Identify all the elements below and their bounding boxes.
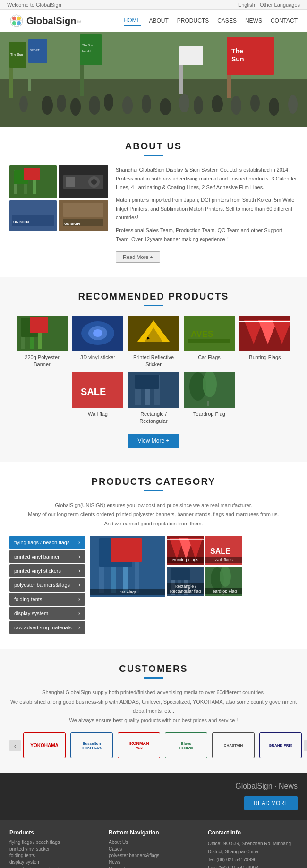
product-item[interactable]: ▶ Printed Reflective Sticker <box>128 316 179 368</box>
product-img-3d-vinyl <box>72 316 123 351</box>
cat-item-display[interactable]: display system › <box>9 607 85 620</box>
svg-point-9 <box>42 96 53 115</box>
logo-text: GlobalSign™ <box>26 16 82 26</box>
about-p3: Professional Sales Team, Production Team… <box>116 226 298 243</box>
product-item[interactable]: 220g Polyester Banner <box>17 316 68 368</box>
category-images: Car Flags Bunting Flags SALE Wall flags <box>90 536 298 635</box>
about-p2: Mutoh printers imported from Japan; DGI … <box>116 196 298 222</box>
nav-contact[interactable]: CONTACT <box>271 17 298 25</box>
product-label: 220g Polyester Banner <box>25 354 59 367</box>
footer-item[interactable]: Cases <box>109 846 198 851</box>
product-label: Car Flags <box>198 354 221 360</box>
cat-img-bunting[interactable]: Bunting Flags <box>167 536 204 565</box>
svg-point-22 <box>250 95 260 112</box>
svg-point-12 <box>19 96 28 112</box>
cat-item-vinyl-stickers[interactable]: printed vinyl stickers › <box>9 564 85 577</box>
footer-item[interactable]: display system <box>9 859 99 865</box>
cat-arrow-icon: › <box>78 582 80 588</box>
product-item[interactable]: Bunting Flags <box>239 316 290 368</box>
carousel-next[interactable]: › <box>304 740 307 751</box>
product-label: Wall flag <box>88 411 108 417</box>
cat-img-label-wall: Wall flags <box>205 557 242 563</box>
svg-rect-64 <box>30 317 48 333</box>
product-label: Rectangle / Rectangular <box>139 411 167 424</box>
product-img-bunting <box>239 316 290 351</box>
svg-point-6 <box>17 21 21 25</box>
nav-home[interactable]: HOME <box>124 16 141 26</box>
nav-news[interactable]: NEWS <box>245 17 262 25</box>
language-english[interactable]: English <box>238 2 255 8</box>
customer-logo-chastain: CHASTAIN <box>212 732 255 758</box>
footer-item[interactable]: flying flags / beach flags <box>9 840 99 845</box>
svg-point-68 <box>93 329 102 337</box>
category-desc: GlobalSign(UNISIGN) ensures you low cost… <box>9 501 298 529</box>
footer-item[interactable]: polyester banners&flags <box>109 853 198 858</box>
cat-img-label-bunting: Bunting Flags <box>167 557 204 563</box>
footer: Products flying flags / beach flags prin… <box>0 820 307 868</box>
cat-item-flying[interactable]: flying flags / beach flags › <box>9 536 85 549</box>
footer-item[interactable]: Contact <box>109 866 198 868</box>
cat-item-vinyl[interactable]: printed vinyl banner › <box>9 550 85 563</box>
category-layout: flying flags / beach flags › printed vin… <box>9 536 298 635</box>
cat-item-polyester[interactable]: polyester banners&flags › <box>9 578 85 592</box>
customers-desc: Shanghai GlobalSign supply both printed/… <box>9 688 298 725</box>
svg-rect-89 <box>207 401 209 406</box>
logo[interactable]: GlobalSign™ <box>9 14 82 28</box>
footer-contact-office: Office: NO.539, Shenzhen Rd, Minhang Dis… <box>208 840 298 856</box>
svg-point-5 <box>12 21 16 25</box>
product-item[interactable]: Teardrop Flag <box>184 372 235 424</box>
read-more-news-button[interactable]: READ MORE <box>244 796 298 810</box>
svg-text:The Sun: The Sun <box>82 44 93 47</box>
footer-item[interactable]: News <box>109 859 198 865</box>
nav-about[interactable]: ABOUT <box>149 17 169 25</box>
cat-item-tents[interactable]: folding tents › <box>9 593 85 606</box>
cat-item-raw[interactable]: raw advertising materials › <box>9 621 85 634</box>
footer-item[interactable]: raw advertising materials <box>9 866 99 868</box>
product-label: Bunting Flags <box>249 354 281 360</box>
footer-item[interactable]: folding tents <box>9 853 99 858</box>
category-title: PRODUCTS CATEGORY <box>9 476 298 487</box>
footer-col-products: Products flying flags / beach flags prin… <box>9 829 99 868</box>
cat-arrow-icon: › <box>78 539 80 546</box>
svg-text:▶: ▶ <box>147 336 150 340</box>
top-bar: Welcome to GlobalSign English Other Lang… <box>0 0 307 10</box>
svg-rect-33 <box>179 46 203 65</box>
cat-img-large[interactable]: Car Flags <box>90 536 165 597</box>
about-section: ABOUT US UNISIGN UNISIGN Shangh <box>0 127 307 277</box>
product-item[interactable]: AVES Car Flags <box>184 316 235 368</box>
product-item[interactable]: 3D vinyl sticker <box>72 316 123 368</box>
recommended-title: RECOMMENDED PRODUCTS <box>9 291 298 302</box>
footer-contact-title: Contact Info <box>208 829 298 836</box>
carousel-prev[interactable]: ‹ <box>9 740 21 751</box>
footer-item[interactable]: printed vinyl sticker <box>9 846 99 851</box>
product-item[interactable]: Rectangle / Rectangular <box>128 372 179 424</box>
read-more-button[interactable]: Read More + <box>116 251 160 263</box>
cat-img-wall-flags[interactable]: SALE Wall flags <box>205 536 242 565</box>
product-label: Teardrop Flag <box>193 411 225 417</box>
svg-point-3 <box>12 17 16 20</box>
svg-text:UNISIGN: UNISIGN <box>13 220 29 224</box>
svg-text:AVES: AVES <box>191 329 213 339</box>
cat-img-rect[interactable]: Rectangle / Rectangular flag <box>167 567 204 596</box>
about-divider <box>144 155 163 156</box>
news-section: GlobalSign · News READ MORE <box>0 773 307 820</box>
svg-point-17 <box>160 98 171 115</box>
about-images: UNISIGN UNISIGN <box>9 165 109 263</box>
customers-divider <box>144 677 163 679</box>
products-grid-row2: SALE Wall flag Rectangle / Rectangular T… <box>9 372 298 424</box>
footer-contact-fax: Fax: (86) 021 54179993 <box>208 864 298 868</box>
product-item[interactable]: SALE Wall flag <box>72 372 123 424</box>
about-img-4: UNISIGN <box>59 200 108 231</box>
cat-img-teardrop[interactable]: Teardrop Flag <box>205 567 242 596</box>
product-label: 3D vinyl sticker <box>80 354 115 360</box>
view-more-button[interactable]: View More + <box>128 434 180 448</box>
nav-products[interactable]: PRODUCTS <box>177 17 209 25</box>
svg-text:The: The <box>231 47 243 55</box>
language-other[interactable]: Other Languages <box>260 2 300 8</box>
category-divider <box>144 490 163 491</box>
customer-logo-blues: BluesFestival <box>165 732 207 758</box>
main-nav: HOME ABOUT PRODUCTS CASES NEWS CONTACT <box>124 16 298 26</box>
nav-cases[interactable]: CASES <box>217 17 237 25</box>
footer-item[interactable]: About Us <box>109 840 198 845</box>
svg-point-4 <box>17 17 21 20</box>
